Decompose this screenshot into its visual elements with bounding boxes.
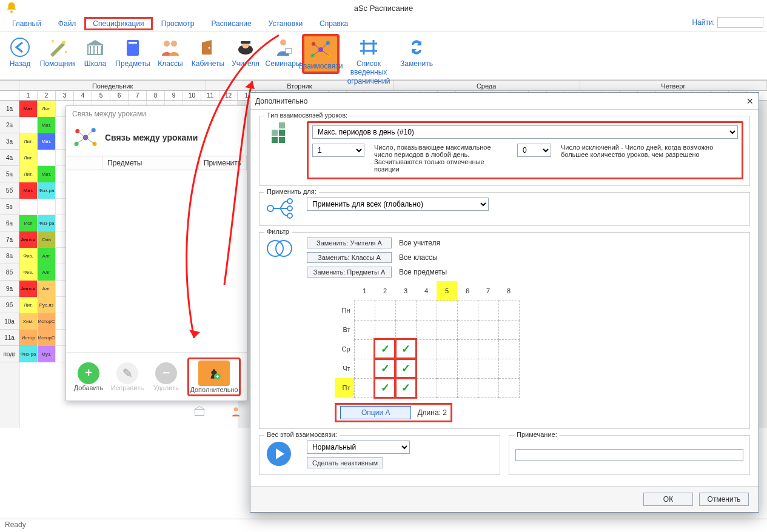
lesson-cell[interactable]: Опв <box>38 231 56 248</box>
day-period-cell[interactable]: ✓ <box>375 378 395 397</box>
lesson-cell[interactable]: Англ.я <box>19 231 38 248</box>
lesson-cell[interactable]: Лит. <box>38 101 56 117</box>
day-period-cell[interactable] <box>498 320 519 339</box>
lesson-cell[interactable]: Физ-ра <box>19 346 38 362</box>
make-inactive-button[interactable]: Сделать неактивным <box>307 457 383 468</box>
row-label[interactable]: 11а <box>0 330 19 346</box>
day-period-cell[interactable] <box>354 378 375 397</box>
menu-tab-Справка[interactable]: Справка <box>311 17 357 30</box>
day-period-cell[interactable] <box>395 301 416 320</box>
num2-select[interactable]: 0 <box>517 144 551 157</box>
day-period-cell[interactable]: ✓ <box>395 359 416 378</box>
day-period-cell[interactable] <box>478 339 498 359</box>
relations-col-apply[interactable]: Применить <box>199 156 247 170</box>
cancel-button[interactable]: Отменить <box>699 493 749 506</box>
row-label[interactable]: 4а <box>0 150 19 166</box>
day-period-cell[interactable] <box>416 378 437 397</box>
day-period-cell[interactable]: ✓ <box>395 339 416 359</box>
play-icon[interactable] <box>266 441 300 467</box>
menu-tab-Установки[interactable]: Установки <box>260 17 311 30</box>
day-period-cell[interactable] <box>498 301 519 320</box>
lesson-cell[interactable]: Лит. <box>19 150 38 166</box>
day-period-cell[interactable] <box>457 301 478 320</box>
day-period-cell[interactable] <box>437 339 457 359</box>
row-label[interactable]: 8б <box>0 264 19 281</box>
lesson-cell[interactable]: Алг. <box>38 264 56 281</box>
day-period-cell[interactable] <box>457 378 478 397</box>
lesson-cell[interactable] <box>19 117 38 133</box>
ribbon-seminars[interactable]: Семинары <box>264 34 302 69</box>
row-label[interactable]: подг <box>0 346 19 362</box>
day-period-cell[interactable]: ✓ <box>375 339 395 359</box>
menu-tab-Расписание[interactable]: Расписание <box>203 17 260 30</box>
menu-tab-Спецификация[interactable]: Спецификация <box>84 17 152 30</box>
day-period-cell[interactable] <box>416 359 437 378</box>
lesson-cell[interactable]: Алг. <box>38 281 56 297</box>
lesson-cell[interactable]: Физ-ра <box>38 215 56 231</box>
note-input[interactable] <box>515 449 743 461</box>
ribbon-subjects[interactable]: Предметы <box>114 34 152 69</box>
row-label[interactable]: 9а <box>0 281 19 297</box>
lesson-cell[interactable]: Мат. <box>38 166 56 182</box>
row-label[interactable]: 7а <box>0 231 19 248</box>
ribbon-back[interactable]: Назад <box>1 34 39 69</box>
ribbon-classes[interactable]: Классы <box>152 34 189 69</box>
lesson-cell[interactable]: Мат. <box>19 101 38 117</box>
day-period-cell[interactable] <box>478 378 498 397</box>
row-label[interactable]: 3а <box>0 133 19 150</box>
ok-button[interactable]: ОК <box>643 493 693 506</box>
day-period-grid[interactable]: 12345678ПнВтСр✓✓Чт✓✓Пт✓✓ <box>335 281 520 398</box>
lesson-cell[interactable] <box>38 150 56 166</box>
day-period-cell[interactable]: ✓ <box>395 378 416 397</box>
day-period-cell[interactable] <box>498 339 519 359</box>
day-period-cell[interactable] <box>457 359 478 378</box>
close-icon[interactable]: ✕ <box>746 96 754 106</box>
lesson-cell[interactable]: Мат. <box>19 182 38 199</box>
lesson-cell[interactable]: Физ-ра <box>38 182 56 199</box>
day-period-cell[interactable] <box>437 320 457 339</box>
day-period-cell[interactable] <box>478 301 498 320</box>
lesson-cell[interactable]: Мат. <box>38 117 56 133</box>
row-label[interactable]: 9б <box>0 297 19 313</box>
lesson-cell[interactable]: Физ. <box>19 264 38 281</box>
lesson-cell[interactable]: Алг. <box>38 248 56 264</box>
lesson-cell[interactable]: ИсторС <box>38 330 56 346</box>
day-period-cell[interactable] <box>498 359 519 378</box>
day-period-cell[interactable] <box>354 339 375 359</box>
day-period-cell[interactable] <box>375 301 395 320</box>
search-input[interactable] <box>717 17 763 28</box>
ribbon-helper[interactable]: Помощник <box>39 34 76 69</box>
ribbon-constraints[interactable]: Список введенных ограничений <box>340 34 398 87</box>
row-label[interactable]: 1а <box>0 101 19 117</box>
day-period-cell[interactable] <box>375 320 395 339</box>
lesson-cell[interactable]: Физ. <box>19 248 38 264</box>
num1-select[interactable]: 1 <box>312 144 364 157</box>
lesson-cell[interactable]: Лит. <box>19 166 38 182</box>
lesson-cell[interactable] <box>38 199 56 215</box>
day-period-cell[interactable] <box>498 378 519 397</box>
row-label[interactable]: 6а <box>0 215 19 231</box>
day-period-cell[interactable] <box>354 301 375 320</box>
day-period-cell[interactable] <box>457 339 478 359</box>
day-period-cell[interactable] <box>478 359 498 378</box>
day-period-cell[interactable] <box>416 301 437 320</box>
ribbon-school[interactable]: Школа <box>76 34 114 69</box>
lesson-cell[interactable]: Лит. <box>19 133 38 150</box>
row-label[interactable]: 5а <box>0 166 19 182</box>
lesson-cell[interactable]: Англ.я <box>19 281 38 297</box>
row-label[interactable]: 5в <box>0 199 19 215</box>
lesson-cell[interactable]: Лит. <box>19 297 38 313</box>
lesson-cell[interactable]: Рус.яз <box>38 297 56 313</box>
day-period-cell[interactable] <box>416 320 437 339</box>
day-period-cell[interactable] <box>354 320 375 339</box>
ribbon-replace[interactable]: Заменить <box>398 34 435 69</box>
lesson-cell[interactable]: Хим. <box>19 313 38 330</box>
weight-select[interactable]: Нормальный <box>307 441 410 454</box>
replace-classes-button[interactable]: Заменить: Классы А <box>307 252 392 263</box>
lesson-cell[interactable]: Мат. <box>38 133 56 150</box>
day-period-cell[interactable] <box>437 359 457 378</box>
relations-list[interactable] <box>66 170 247 352</box>
row-label[interactable]: 10а <box>0 313 19 330</box>
row-label[interactable]: 5б <box>0 182 19 199</box>
replace-subjects-button[interactable]: Заменить: Предметы А <box>307 267 392 278</box>
